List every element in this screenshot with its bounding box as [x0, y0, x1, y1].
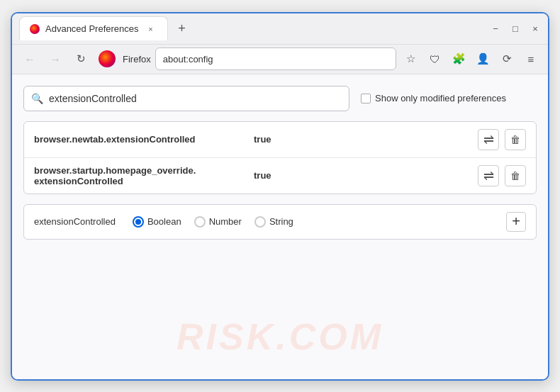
add-preference-button[interactable]: + — [506, 212, 526, 232]
extensions-icon[interactable]: 🧩 — [449, 49, 469, 69]
watermark: RISK.COM — [177, 315, 383, 358]
back-button[interactable]: ← — [19, 48, 40, 69]
profile-icon[interactable]: 👤 — [473, 49, 493, 69]
radio-string-circle[interactable] — [254, 216, 266, 228]
delete-button-2[interactable] — [505, 165, 526, 186]
swap-button-1[interactable] — [478, 129, 499, 150]
new-tab-button[interactable]: + — [172, 18, 192, 38]
type-radio-group: Boolean Number String — [133, 216, 489, 228]
tab-favicon — [30, 24, 40, 34]
maximize-button[interactable]: □ — [510, 23, 521, 34]
firefox-label: Firefox — [123, 54, 151, 65]
radio-number[interactable]: Number — [194, 216, 242, 228]
swap-button-2[interactable] — [478, 165, 499, 186]
browser-window: Advanced Preferences × + − □ × ← → — [11, 12, 549, 381]
pref-name-2: browser.startup.homepage_override. exten… — [34, 165, 254, 186]
radio-number-circle[interactable] — [194, 216, 206, 228]
search-input[interactable] — [49, 93, 342, 104]
preferences-table: browser.newtab.extensionControlled true … — [23, 121, 537, 194]
toolbar: ← → ↻ Firefox about:config ☆ 🛡 🧩 👤 — [12, 45, 548, 74]
delete-button-1[interactable] — [505, 129, 526, 150]
table-row: browser.startup.homepage_override. exten… — [24, 158, 536, 194]
pref-name-1: browser.newtab.extensionControlled — [34, 134, 254, 145]
menu-icon[interactable]: ≡ — [521, 49, 541, 69]
address-bar[interactable]: about:config — [155, 47, 396, 70]
table-row: browser.newtab.extensionControlled true — [24, 122, 536, 158]
radio-boolean[interactable]: Boolean — [133, 216, 181, 228]
search-row: 🔍 Show only modified preferences — [23, 86, 537, 111]
close-button[interactable]: × — [530, 23, 541, 34]
show-modified-checkbox[interactable] — [361, 94, 371, 103]
tab-close-button[interactable]: × — [145, 23, 157, 35]
search-box[interactable]: 🔍 — [23, 86, 349, 111]
active-tab[interactable]: Advanced Preferences × — [19, 16, 168, 40]
toolbar-icons: ☆ 🛡 🧩 👤 ⟳ ≡ — [401, 49, 541, 69]
window-controls: − □ × — [490, 23, 541, 34]
pref-value-1: true — [254, 134, 478, 145]
pref-actions-2 — [478, 165, 526, 186]
minimize-button[interactable]: − — [490, 23, 501, 34]
new-pref-name: extensionControlled — [34, 216, 116, 227]
sync-icon[interactable]: ⟳ — [497, 49, 517, 69]
refresh-button[interactable]: ↻ — [70, 48, 91, 69]
title-bar: Advanced Preferences × + − □ × — [12, 13, 548, 45]
firefox-logo-icon — [99, 50, 116, 67]
shield-icon[interactable]: 🛡 — [425, 49, 444, 69]
pref-actions-1 — [478, 129, 526, 150]
pref-value-2: true — [254, 170, 478, 181]
trash-icon-2 — [510, 169, 520, 182]
tab-label: Advanced Preferences — [45, 23, 139, 34]
swap-icon-2 — [483, 168, 494, 184]
swap-icon-1 — [483, 132, 494, 147]
bookmark-icon[interactable]: ☆ — [401, 49, 420, 69]
radio-boolean-circle[interactable] — [133, 216, 144, 228]
show-modified-label[interactable]: Show only modified preferences — [361, 93, 506, 103]
trash-icon-1 — [510, 133, 520, 146]
forward-button[interactable]: → — [45, 48, 66, 69]
url-text: about:config — [163, 54, 213, 65]
search-icon: 🔍 — [31, 93, 43, 104]
new-preference-row: extensionControlled Boolean Number Strin… — [23, 204, 537, 240]
radio-string[interactable]: String — [254, 216, 293, 228]
page-content: RISK.COM 🔍 Show only modified preference… — [12, 74, 548, 379]
